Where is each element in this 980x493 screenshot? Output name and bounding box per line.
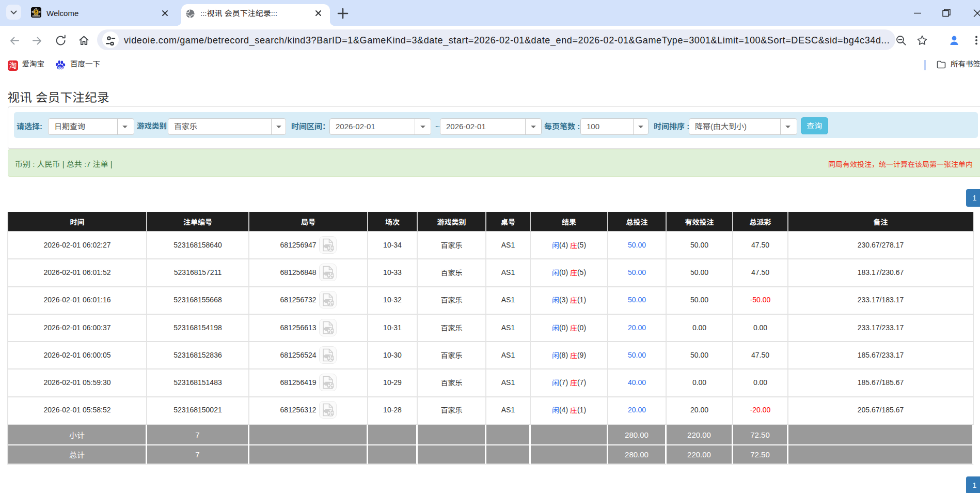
- svg-text:du: du: [58, 65, 63, 70]
